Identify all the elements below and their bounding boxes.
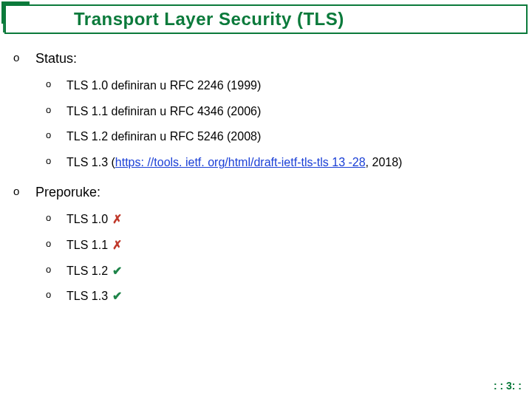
tls-version: TLS 1.3 [66, 290, 108, 302]
list-item: o TLS 1.0 definiran u RFC 2246 (1999) [13, 77, 519, 95]
bullet-icon: o [46, 77, 66, 92]
tls-version: TLS 1.2 [66, 265, 108, 277]
bullet-icon: o [46, 128, 66, 143]
bullet-icon: o [46, 103, 66, 117]
tls-version: TLS 1.1 [66, 239, 108, 251]
section-heading: o Status: [13, 49, 519, 69]
section-heading-text: Status: [35, 49, 519, 69]
list-item-prefix: TLS 1.3 ( [66, 156, 115, 168]
section-heading-text: Preporuke: [35, 183, 519, 203]
list-item: o TLS 1.3 (https: //tools. ietf. org/htm… [13, 154, 519, 172]
list-item-suffix: , 2018) [366, 156, 403, 168]
check-icon: ✔ [112, 265, 122, 277]
list-item: o TLS 1.3 ✔ [13, 287, 519, 306]
section-heading: o Preporuke: [13, 183, 519, 203]
list-item: o TLS 1.2 ✔ [13, 262, 519, 281]
check-icon: ✔ [112, 290, 122, 302]
list-item-text: TLS 1.1 definiran u RFC 4346 (2006) [66, 103, 519, 121]
list-item-text: TLS 1.3 ✔ [66, 287, 519, 306]
list-item: o TLS 1.0 ✗ [13, 211, 519, 229]
list-item: o TLS 1.1 ✗ [13, 236, 519, 255]
bullet-icon: o [46, 154, 66, 168]
list-item: o TLS 1.1 definiran u RFC 4346 (2006) [13, 103, 519, 121]
list-item-text: TLS 1.0 ✗ [66, 211, 519, 229]
x-icon: ✗ [112, 239, 122, 251]
x-icon: ✗ [112, 213, 122, 225]
slide-body: o Status: o TLS 1.0 definiran u RFC 2246… [13, 44, 519, 306]
title-bar: Transport Layer Security (TLS) [4, 4, 528, 34]
slide-number: : : 3: : [494, 380, 522, 392]
bullet-icon: o [46, 236, 66, 251]
list-item-text: TLS 1.2 ✔ [66, 262, 519, 281]
slide: Transport Layer Security (TLS) o Status:… [0, 0, 532, 399]
list-item-text: TLS 1.2 definiran u RFC 5246 (2008) [66, 128, 519, 146]
bullet-icon: o [46, 211, 66, 225]
slide-title: Transport Layer Security (TLS) [74, 9, 344, 30]
rfc-link[interactable]: https: //tools. ietf. org/html/draft-iet… [115, 156, 366, 168]
bullet-icon: o [46, 287, 66, 302]
list-item-text: TLS 1.1 ✗ [66, 236, 519, 255]
bullet-icon: o [13, 183, 35, 200]
list-item-text: TLS 1.3 (https: //tools. ietf. org/html/… [66, 154, 519, 172]
bullet-icon: o [46, 262, 66, 277]
list-item: o TLS 1.2 definiran u RFC 5246 (2008) [13, 128, 519, 146]
tls-version: TLS 1.0 [66, 213, 108, 225]
list-item-text: TLS 1.0 definiran u RFC 2246 (1999) [66, 77, 519, 95]
bullet-icon: o [13, 49, 35, 66]
